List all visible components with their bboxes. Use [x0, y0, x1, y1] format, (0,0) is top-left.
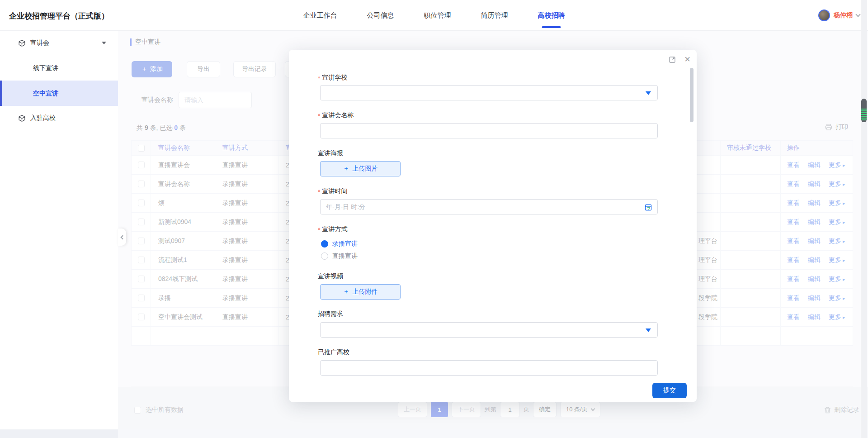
name-input-wrap — [320, 123, 658, 138]
nav-company-info[interactable]: 公司信息 — [367, 0, 394, 31]
chevron-down-icon — [855, 12, 860, 17]
top-header: 企业校招管理平台（正式版） 企业工作台 公司信息 职位管理 简历管理 高校招聘 … — [0, 0, 868, 31]
calendar-icon — [645, 204, 652, 212]
time-picker[interactable] — [320, 199, 658, 214]
page-scrollbar-track[interactable] — [861, 0, 867, 438]
scrollbar-stripes — [861, 109, 867, 121]
required-mark: * — [318, 226, 320, 233]
field-poster-label: 宣讲海报 — [318, 149, 343, 157]
close-icon[interactable]: ✕ — [684, 56, 691, 63]
radio-live[interactable]: 直播宣讲 — [321, 252, 358, 260]
field-time-label: * 宣讲时间 — [318, 187, 347, 195]
sidebar-item-offline[interactable]: 线下宣讲 — [0, 55, 118, 81]
upload-image-button[interactable]: ＋ 上传图片 — [320, 161, 401, 176]
plus-icon: ＋ — [343, 288, 349, 296]
app-root: 空中宣讲 ＋ 添加 导出 导出记录 宣讲会名称 共 9 条, 已选 0 条 打印… — [0, 0, 868, 438]
avatar — [818, 10, 830, 21]
upload-attachment-button[interactable]: ＋ 上传附件 — [320, 284, 401, 300]
time-input[interactable] — [321, 200, 657, 214]
name-input[interactable] — [321, 124, 657, 138]
sidebar: 宣讲会 线下宣讲 空中宣讲 入驻高校 — [0, 31, 118, 429]
field-demand-label: 招聘需求 — [318, 310, 343, 318]
plus-icon: ＋ — [343, 165, 349, 173]
promoted-input[interactable] — [321, 361, 657, 375]
field-promoted-label: 已推广高校 — [318, 348, 349, 357]
school-select[interactable] — [320, 85, 658, 100]
required-mark: * — [318, 75, 320, 82]
app-title: 企业校招管理平台（正式版） — [9, 11, 109, 21]
sidebar-group-schools[interactable]: 入驻高校 — [0, 106, 118, 130]
required-mark: * — [318, 112, 320, 119]
nav-workbench[interactable]: 企业工作台 — [303, 0, 337, 31]
nav-campus-recruiting[interactable]: 高校招聘 — [538, 0, 565, 31]
field-video-label: 宣讲视频 — [318, 272, 343, 281]
main-nav: 企业工作台 公司信息 职位管理 简历管理 高校招聘 — [303, 0, 565, 31]
required-mark: * — [318, 188, 320, 195]
user-menu[interactable]: 杨仲栩 — [818, 0, 860, 31]
sidebar-item-air[interactable]: 空中宣讲 — [0, 81, 118, 106]
fullscreen-icon[interactable] — [668, 56, 676, 63]
user-name: 杨仲栩 — [834, 11, 853, 19]
sidebar-group-label: 宣讲会 — [30, 39, 49, 47]
add-air-presentation-dialog: ✕ * 宣讲学校 * 宣讲会名称 宣讲海报 ＋ 上传图片 * 宣讲 — [289, 50, 697, 402]
chevron-left-icon — [121, 235, 125, 239]
sidebar-group-presentations[interactable]: 宣讲会 — [0, 31, 118, 55]
nav-job-management[interactable]: 职位管理 — [424, 0, 451, 31]
radio-unselected-icon — [321, 252, 328, 260]
radio-recorded[interactable]: 录播宣讲 — [321, 240, 358, 248]
chevron-down-icon — [646, 328, 651, 332]
dialog-footer: 提交 — [289, 378, 697, 402]
dialog-scrollbar-thumb[interactable] — [690, 68, 693, 122]
field-method-label: * 宣讲方式 — [318, 225, 347, 233]
page-scrollbar-thumb[interactable] — [861, 99, 867, 122]
nav-resume-management[interactable]: 简历管理 — [481, 0, 508, 31]
cube-icon — [18, 39, 26, 47]
sidebar-group-label: 入驻高校 — [30, 114, 56, 122]
sidebar-collapse-handle[interactable] — [118, 229, 126, 246]
field-school-label: * 宣讲学校 — [318, 73, 347, 82]
demand-select[interactable] — [320, 322, 658, 338]
field-name-label: * 宣讲会名称 — [318, 111, 354, 119]
cube-icon — [18, 114, 26, 122]
dialog-header: ✕ — [289, 50, 697, 65]
submit-button[interactable]: 提交 — [652, 383, 687, 398]
chevron-down-icon — [646, 91, 651, 95]
chevron-down-icon — [102, 42, 106, 44]
promoted-input-wrap — [320, 360, 658, 376]
radio-selected-icon — [321, 240, 328, 248]
